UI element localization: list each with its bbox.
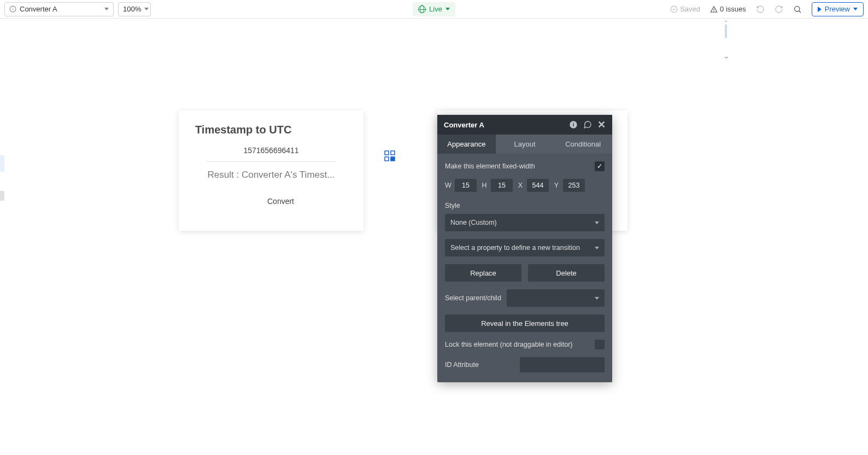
comment-icon[interactable] [583, 120, 592, 129]
property-panel: Converter A i ✕ Appearance Layout Condit… [437, 115, 612, 382]
selected-element-handle[interactable] [384, 150, 395, 161]
fixed-width-label: Make this element fixed-width [445, 162, 595, 170]
dim-h-label: H [481, 182, 488, 189]
dimension-row: W H X Y [445, 179, 605, 192]
svg-rect-11 [391, 157, 395, 161]
dim-x-input[interactable] [527, 179, 549, 192]
svg-point-3 [671, 6, 677, 13]
live-dropdown[interactable]: Live [413, 2, 455, 16]
lock-checkbox[interactable] [595, 340, 605, 349]
panel-title: Converter A [444, 121, 484, 129]
style-select[interactable]: None (Custom) [445, 214, 605, 231]
svg-point-5 [714, 11, 714, 11]
undo-icon [756, 5, 765, 14]
info-icon [9, 5, 16, 13]
idattr-input[interactable] [520, 357, 605, 372]
collapse-icon[interactable]: ⌄ [723, 51, 730, 60]
dim-x-label: X [517, 182, 524, 189]
saved-indicator: Saved [670, 5, 700, 13]
panel-body: Make this element fixed-width ✓ W H X Y … [437, 154, 612, 382]
dim-h-input[interactable] [491, 179, 513, 192]
dim-w-input[interactable] [455, 179, 477, 192]
style-label: Style [445, 202, 605, 209]
preview-button[interactable]: Preview [812, 2, 864, 16]
lock-label: Lock this element (not draggable in edit… [445, 341, 595, 348]
live-label: Live [429, 5, 442, 13]
chevron-down-icon [853, 8, 858, 10]
chevron-down-icon [104, 8, 109, 10]
divider [206, 161, 336, 162]
page-name: Converter A [20, 5, 57, 13]
transition-select[interactable]: Select a property to define a new transi… [445, 239, 605, 256]
zoom-selector[interactable]: 100% [118, 2, 151, 16]
svg-rect-10 [385, 157, 389, 161]
chevron-down-icon [144, 8, 149, 10]
tab-conditional[interactable]: Conditional [554, 135, 612, 154]
dim-w-label: W [445, 182, 451, 189]
chevron-down-icon [595, 247, 599, 249]
tab-layout[interactable]: Layout [496, 135, 554, 154]
canvas[interactable]: ⌃ ⌄ Timestamp to UTC 1571656696411 Resul… [0, 19, 868, 455]
timestamp-card[interactable]: Timestamp to UTC 1571656696411 Result : … [179, 110, 363, 231]
card-title: Timestamp to UTC [195, 124, 347, 136]
chevron-down-icon [445, 8, 450, 10]
page-selector[interactable]: Converter A [4, 2, 114, 16]
zoom-value: 100% [123, 5, 141, 13]
svg-point-6 [794, 6, 799, 11]
dim-y-input[interactable] [563, 179, 585, 192]
search-icon [793, 5, 802, 14]
undo-button[interactable] [756, 5, 765, 14]
redo-button[interactable] [775, 5, 783, 14]
left-gutter-highlight [0, 155, 4, 172]
parent-select[interactable] [507, 289, 605, 307]
topbar: Converter A 100% Live Saved 0 issues [0, 0, 868, 19]
panel-tabs: Appearance Layout Conditional [437, 135, 612, 154]
close-icon[interactable]: ✕ [597, 119, 606, 131]
warning-icon [710, 5, 718, 13]
timestamp-value: 1571656696411 [195, 146, 347, 161]
idattr-label: ID Attribute [445, 361, 520, 369]
result-text: Result : Converter A's Timest... [195, 170, 347, 180]
parent-label: Select parent/child [445, 294, 501, 302]
left-gutter-marker [0, 191, 4, 201]
issues-indicator[interactable]: 0 issues [710, 5, 746, 13]
tab-appearance[interactable]: Appearance [437, 135, 496, 154]
svg-text:i: i [573, 122, 574, 127]
svg-line-7 [799, 10, 800, 12]
delete-button[interactable]: Delete [528, 264, 605, 282]
globe-icon [418, 5, 426, 13]
replace-button[interactable]: Replace [445, 264, 521, 282]
chevron-down-icon [595, 297, 599, 300]
fixed-width-checkbox[interactable]: ✓ [595, 161, 605, 171]
redo-icon [775, 5, 783, 14]
svg-point-2 [13, 8, 13, 8]
svg-rect-9 [391, 151, 395, 155]
chevron-down-icon [595, 221, 599, 224]
resize-handle[interactable] [725, 24, 727, 38]
reveal-button[interactable]: Reveal in the Elements tree [445, 314, 605, 332]
svg-rect-8 [385, 151, 389, 155]
play-icon [818, 7, 822, 12]
dim-y-label: Y [553, 182, 560, 189]
info-icon[interactable]: i [569, 120, 578, 129]
panel-header[interactable]: Converter A i ✕ [437, 115, 612, 135]
search-button[interactable] [793, 5, 802, 14]
convert-button[interactable]: Convert [195, 197, 347, 206]
check-circle-icon [670, 5, 678, 13]
